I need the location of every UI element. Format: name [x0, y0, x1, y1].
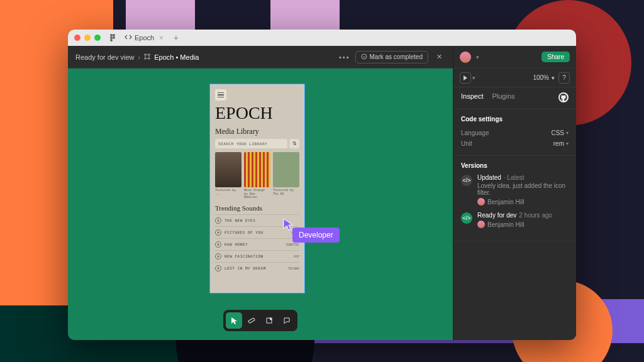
version-time: 2 hours ago [519, 212, 552, 219]
track-row: NEW FASCINATION POP [215, 250, 299, 262]
user-avatar[interactable] [460, 52, 471, 63]
play-icon [215, 241, 221, 248]
tab-inspect[interactable]: Inspect [461, 92, 483, 104]
section-heading: Versions [461, 162, 569, 169]
setting-value: CSS [551, 129, 564, 136]
close-window-button[interactable] [74, 35, 80, 41]
tab-close-icon[interactable]: × [159, 34, 163, 41]
hamburger-icon [215, 89, 226, 101]
svg-point-2 [110, 36, 113, 39]
comment-tool-button[interactable] [279, 312, 295, 329]
play-icon [215, 265, 221, 272]
tab-plugins[interactable]: Plugins [492, 92, 514, 104]
version-user: Benjamin Hill [487, 199, 524, 206]
titlebar: Epoch × + [68, 30, 576, 46]
traffic-lights [74, 35, 101, 41]
check-circle-icon [361, 53, 367, 61]
breadcrumb-item[interactable]: Epoch • Media [154, 53, 199, 61]
minimize-window-button[interactable] [84, 35, 91, 41]
setting-row[interactable]: Unit rem▾ [461, 138, 569, 149]
canvas[interactable]: EPOCH Media Library SEARCH YOUR LIBRARY … [68, 69, 453, 340]
track-row: LOST IN MY DREAM TECHNO [215, 262, 299, 274]
tab-name: Epoch [135, 34, 154, 41]
play-icon [215, 217, 221, 224]
track-name: PICTURES OF YOU [225, 230, 264, 234]
annotate-tool-button[interactable] [261, 312, 277, 329]
search-input: SEARCH YOUR LIBRARY [215, 139, 287, 148]
version-time: · Latest [504, 174, 525, 181]
zoom-value[interactable]: 100% [533, 74, 549, 81]
main-area: Ready for dev view › Epoch • Media ••• M… [68, 46, 453, 340]
play-icon [215, 229, 221, 236]
breadcrumb: Ready for dev view › Epoch • Media [75, 53, 199, 61]
share-button[interactable]: Share [541, 52, 570, 62]
avatar [477, 198, 485, 206]
avatar [477, 221, 485, 228]
preview-button[interactable] [460, 72, 471, 84]
album-label: Textured by The RC [273, 189, 299, 195]
code-settings-section: Code settings Language CSS▾ Unit rem▾ [453, 109, 576, 156]
new-tab-button[interactable]: + [174, 33, 179, 43]
version-item[interactable]: </> Ready for dev2 hours ago Benjamin Hi… [461, 212, 569, 228]
panel-tabs: Inspect Plugins [453, 87, 576, 109]
album-art [273, 152, 299, 187]
code-icon: </> [461, 175, 472, 186]
devmode-icon: </> [461, 212, 472, 224]
cursor-label: Developer [292, 228, 340, 243]
album-art [244, 152, 270, 187]
play-icon [215, 253, 221, 260]
album-art [215, 152, 242, 187]
album-label: Neon Orange by Ras Madison [244, 189, 270, 199]
chevron-right-icon: › [138, 53, 141, 61]
mark-completed-button[interactable]: Mark as completed [355, 51, 428, 63]
chevron-down-icon: ▾ [566, 141, 569, 146]
figma-logo-icon[interactable] [108, 33, 117, 42]
version-item[interactable]: </> Updated· Latest Lovely idea, just ad… [461, 174, 569, 206]
versions-section: Versions </> Updated· Latest Lovely idea… [453, 156, 576, 241]
svg-point-0 [110, 34, 113, 36]
measure-tool-button[interactable] [243, 312, 260, 329]
version-title: Updated [477, 174, 501, 181]
frame-icon [144, 53, 150, 61]
section-title: Media Library [215, 127, 299, 136]
chevron-down-icon[interactable]: ▾ [472, 75, 475, 81]
panel-subheader: ▾ 100% ▾ ? [453, 69, 576, 87]
track-genre: DUBSTEP [286, 243, 299, 246]
track-genre: POP [294, 255, 299, 258]
svg-rect-6 [248, 318, 255, 323]
chevron-down-icon[interactable]: ▾ [552, 75, 555, 81]
album-card: Neon Orange by Ras Madison [244, 152, 270, 199]
help-button[interactable]: ? [558, 72, 570, 84]
track-name: LOST IN MY DREAM [225, 266, 266, 270]
app-window: Epoch × + Ready for dev view › Epoch • M… [68, 30, 576, 340]
design-frame[interactable]: EPOCH Media Library SEARCH YOUR LIBRARY … [209, 84, 305, 293]
filter-icon: ⇅ [289, 139, 299, 148]
devmode-icon [125, 33, 132, 42]
track-genre: TECHNO [288, 266, 299, 270]
inspect-panel: ▾ Share ▾ 100% ▾ ? Inspect Plugins [453, 46, 576, 340]
chevron-down-icon: ▾ [566, 130, 569, 136]
album-row: Textured by ... Neon Orange by Ras Madis… [215, 152, 299, 199]
more-menu-button[interactable]: ••• [339, 53, 350, 61]
track-name: THE NEW EYES [225, 218, 255, 222]
topbar: Ready for dev view › Epoch • Media ••• M… [68, 46, 453, 69]
github-icon[interactable] [558, 92, 569, 104]
svg-point-5 [362, 54, 367, 59]
breadcrumb-item[interactable]: Ready for dev view [75, 53, 135, 61]
chevron-down-icon[interactable]: ▾ [476, 54, 479, 60]
album-card: Textured by ... [215, 152, 242, 199]
svg-point-4 [110, 39, 113, 41]
track-name: NEW FASCINATION [225, 254, 264, 258]
section-title: Trending Sounds [215, 204, 299, 212]
svg-point-3 [113, 36, 115, 39]
version-user: Benjamin Hill [487, 221, 524, 228]
select-tool-button[interactable] [226, 312, 242, 329]
close-devmode-button[interactable]: ✕ [433, 51, 445, 63]
setting-row[interactable]: Language CSS▾ [461, 128, 569, 138]
version-title: Ready for dev [477, 212, 516, 219]
track-row: RAW HONEY DUBSTEP [215, 238, 299, 250]
mark-completed-label: Mark as completed [370, 53, 423, 60]
maximize-window-button[interactable] [94, 35, 101, 41]
file-tab[interactable]: Epoch × [121, 32, 167, 43]
bottom-toolbar [223, 310, 297, 331]
